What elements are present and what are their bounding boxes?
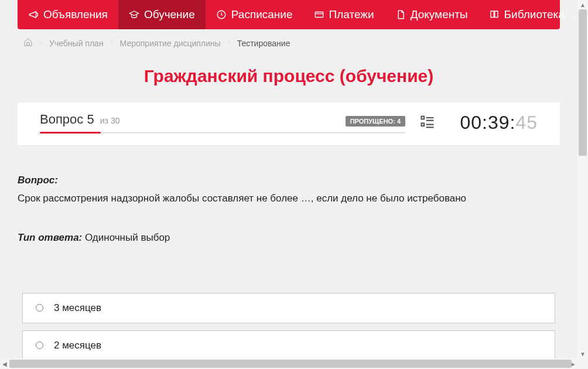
answer-text: 3 месяцев	[54, 302, 101, 314]
nav-label: Расписание	[231, 8, 293, 21]
answer-text: 2 месяцев	[54, 340, 101, 351]
question-list-icon[interactable]	[419, 114, 436, 132]
nav-education[interactable]: Обучение	[118, 0, 206, 29]
book-icon	[489, 9, 500, 20]
graduation-icon	[129, 9, 139, 20]
question-counter: Вопрос 5 из 30	[40, 112, 120, 127]
main-navbar: Объявления Обучение Расписание Платежи	[18, 0, 560, 29]
skipped-badge: ПРОПУЩЕНО: 4	[346, 116, 405, 127]
progress-bar	[40, 132, 405, 134]
payment-icon	[314, 9, 324, 20]
scroll-corner	[577, 358, 588, 369]
breadcrumb-plan[interactable]: Учебный план	[49, 39, 104, 48]
nav-label: Документы	[411, 8, 468, 21]
scroll-thumb[interactable]	[9, 360, 572, 368]
megaphone-icon	[28, 9, 39, 20]
svg-rect-3	[422, 123, 425, 126]
answer-type: Тип ответа: Одиночный выбор	[18, 232, 560, 244]
scroll-down-arrow-icon[interactable]: ▼	[578, 349, 587, 358]
nav-label: Обучение	[144, 8, 195, 21]
chevron-right-icon	[227, 39, 231, 48]
nav-documents[interactable]: Документы	[385, 0, 478, 29]
nav-label: Библиотека	[504, 8, 565, 21]
test-status-bar: Вопрос 5 из 30 ПРОПУЩЕНО: 4 00:39:45	[18, 102, 560, 145]
progress-fill	[40, 132, 101, 134]
scroll-track[interactable]	[577, 9, 588, 349]
question-text: Срок рассмотрения надзорной жалобы соста…	[18, 191, 560, 206]
svg-rect-1	[315, 12, 323, 18]
question-progress: Вопрос 5 из 30 ПРОПУЩЕНО: 4	[40, 112, 405, 134]
nav-schedule[interactable]: Расписание	[206, 0, 303, 29]
nav-payments[interactable]: Платежи	[303, 0, 385, 29]
nav-label: Объявления	[43, 8, 108, 21]
breadcrumb-current: Тестирование	[237, 39, 290, 48]
scroll-track[interactable]	[9, 358, 568, 369]
horizontal-scrollbar[interactable]: ◀ ▶	[0, 358, 588, 369]
clock-icon	[216, 9, 227, 20]
nav-label: Платежи	[329, 8, 374, 21]
answer-list: 3 месяцев 2 месяцев 30 календарных дней	[18, 261, 560, 359]
vertical-scrollbar[interactable]: ▲ ▼	[577, 0, 588, 358]
chevron-right-icon	[110, 39, 114, 48]
home-icon[interactable]	[23, 37, 33, 49]
scroll-thumb[interactable]	[579, 9, 587, 156]
breadcrumb: Учебный план Мероприятие дисциплины Тест…	[18, 29, 560, 56]
breadcrumb-event[interactable]: Мероприятие дисциплины	[120, 39, 221, 48]
nav-library[interactable]: Библиотека	[478, 0, 577, 29]
chevron-down-icon	[570, 11, 577, 18]
answer-option[interactable]: 3 месяцев	[22, 293, 555, 323]
scroll-left-arrow-icon[interactable]: ◀	[0, 359, 9, 368]
nav-announcements[interactable]: Объявления	[18, 0, 118, 29]
question-label: Вопрос:	[18, 175, 560, 186]
countdown-timer: 00:39:45	[450, 112, 538, 134]
page-title: Гражданский процесс (обучение)	[18, 56, 560, 102]
answer-radio[interactable]	[36, 304, 43, 312]
document-icon	[395, 9, 406, 20]
answer-radio[interactable]	[36, 341, 43, 349]
answer-option[interactable]: 2 месяцев	[22, 330, 555, 359]
scroll-up-arrow-icon[interactable]: ▲	[578, 0, 587, 9]
question-body: Вопрос: Срок рассмотрения надзорной жало…	[18, 145, 560, 261]
chevron-right-icon	[39, 39, 43, 48]
svg-rect-2	[422, 116, 425, 119]
